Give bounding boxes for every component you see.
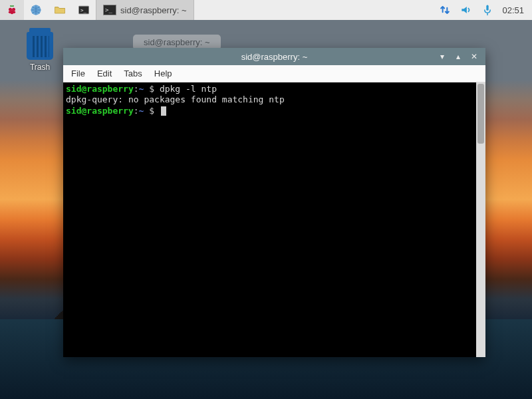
globe-icon (29, 3, 43, 17)
taskbar: >_ >_ sid@raspberry: ~ 02:51 (0, 0, 532, 20)
output-line: dpkg-query: no packages found matching n… (66, 94, 285, 104)
svg-rect-8 (487, 5, 489, 11)
svg-point-3 (9, 11, 11, 14)
svg-text:>_: >_ (80, 7, 87, 13)
terminal-window: sid@raspberry: ~ ▾ ▴ ✕ File Edit Tabs He… (63, 48, 485, 357)
cursor (161, 106, 166, 116)
close-button[interactable]: ✕ (469, 52, 479, 61)
browser-launcher[interactable] (24, 0, 48, 20)
clock[interactable]: 02:51 (502, 5, 524, 15)
prompt-user: sid@raspberry (66, 106, 134, 116)
volume-icon[interactable] (460, 3, 473, 17)
files-launcher[interactable] (48, 0, 72, 20)
close-icon: ✕ (471, 52, 477, 61)
window-preview-label: sid@raspberry: ~ (144, 37, 210, 47)
svg-point-4 (13, 11, 16, 14)
prompt-sep: : (134, 106, 139, 116)
terminal-content[interactable]: sid@raspberry:~ $ dpkg -l ntp dpkg-query… (63, 82, 476, 357)
minimize-button[interactable]: ▾ (438, 52, 447, 61)
chevron-down-icon: ▾ (440, 52, 444, 61)
raspberry-icon (5, 3, 19, 17)
prompt-sep: : (134, 84, 139, 94)
chevron-up-icon: ▴ (456, 52, 460, 61)
scrollbar-thumb[interactable] (477, 84, 484, 144)
desktop-icon-label: Trash (19, 63, 61, 72)
taskbar-item-terminal[interactable]: >_ sid@raspberry: ~ (96, 0, 194, 20)
menu-button[interactable] (0, 0, 24, 20)
folder-icon (53, 3, 66, 17)
taskbar-item-label: sid@raspberry: ~ (120, 5, 187, 15)
window-title: sid@raspberry: ~ (63, 52, 485, 62)
network-icon[interactable] (438, 3, 452, 17)
desktop-icon-trash[interactable]: Trash (19, 32, 61, 72)
maximize-button[interactable]: ▴ (454, 52, 463, 61)
command-text: dpkg -l ntp (160, 84, 217, 94)
terminal-icon: >_ (77, 3, 90, 17)
menubar: File Edit Tabs Help (63, 65, 485, 82)
menu-file[interactable]: File (71, 68, 85, 78)
terminal-launcher[interactable]: >_ (72, 0, 96, 20)
prompt-dollar: $ (144, 84, 159, 94)
microphone-icon[interactable] (481, 3, 494, 17)
prompt-user: sid@raspberry (66, 84, 134, 94)
menu-help[interactable]: Help (154, 68, 172, 78)
titlebar[interactable]: sid@raspberry: ~ ▾ ▴ ✕ (63, 48, 485, 65)
menu-tabs[interactable]: Tabs (124, 68, 142, 78)
trash-icon (27, 32, 53, 60)
scrollbar[interactable] (476, 82, 485, 357)
prompt-dollar: $ (144, 106, 159, 116)
menu-edit[interactable]: Edit (97, 68, 112, 78)
terminal-icon: >_ (103, 5, 116, 15)
